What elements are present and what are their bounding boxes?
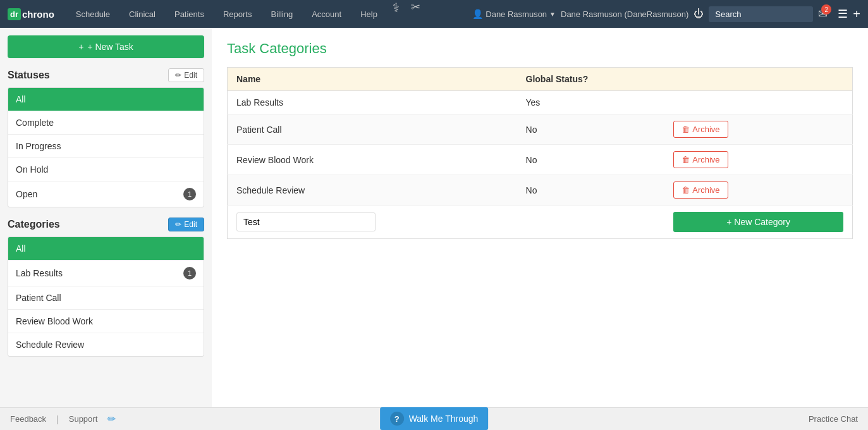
status-on-hold-label: On Hold [16,164,48,175]
statuses-edit-button[interactable]: ✏ Edit [168,68,204,82]
category-all-label: All [16,243,26,254]
task-categories-table: Name Global Status? Lab Results Yes Pati… [227,67,853,239]
new-category-row: + New Category [228,206,853,239]
row-actions-schedule-review: 🗑 Archive [664,175,852,206]
statuses-header: Statuses ✏ Edit [8,68,204,82]
categories-title: Categories [8,219,60,230]
row-status-schedule-review: No [517,175,665,206]
category-patient-call[interactable]: Patient Call [8,286,204,310]
status-in-progress-label: In Progress [16,141,61,151]
mail-badge[interactable]: ✉ 2 [818,7,828,21]
status-in-progress[interactable]: In Progress [8,135,204,158]
row-status-review-blood-work: No [517,145,665,175]
nav-reports[interactable]: Reports [214,0,261,28]
page-title: Task Categories [227,40,853,57]
category-lab-results-badge: 1 [183,267,196,280]
table-row: Lab Results Yes [228,91,853,114]
plus-icon: + [78,42,83,52]
row-actions-review-blood-work: 🗑 Archive [664,145,852,175]
status-complete[interactable]: Complete [8,111,204,135]
status-complete-label: Complete [16,118,54,128]
nav-user-dropdown[interactable]: 👤 Dane Rasmuson ▼ [472,9,556,19]
category-schedule-review-label: Schedule Review [16,340,84,350]
archive-review-blood-work-button[interactable]: 🗑 Archive [673,151,728,168]
pencil-icon: ✏ [175,71,181,80]
main-content: Task Categories Name Global Status? Lab … [212,28,868,407]
col-name-header: Name [228,68,517,91]
status-on-hold[interactable]: On Hold [8,158,204,181]
categories-header: Categories ✏ Edit [8,218,204,231]
row-name-lab-results: Lab Results [228,91,517,114]
edit-label: Edit [184,71,197,80]
archive-label: Archive [692,185,719,195]
sidebar: + + New Task Statuses ✏ Edit All Complet… [0,28,212,407]
col-actions-header [664,68,852,91]
status-all-label: All [16,94,26,104]
row-actions-lab-results [664,91,852,114]
category-schedule-review[interactable]: Schedule Review [8,333,204,356]
pencil-icon-blue: ✏ [175,220,181,229]
category-review-blood-work-label: Review Blood Work [16,316,93,326]
add-icon[interactable]: + [853,7,860,22]
statuses-list: All Complete In Progress On Hold Open 1 [8,87,204,207]
row-name-review-blood-work: Review Blood Work [228,145,517,175]
logo-dr: dr [8,8,21,20]
nav-clinical[interactable]: Clinical [120,0,164,28]
new-category-label: + New Category [726,217,790,227]
nav-user-fullname: Dane Rasmuson (DaneRasmuson) [561,9,688,19]
nav-schedule[interactable]: Schedule [67,0,119,28]
status-open[interactable]: Open 1 [8,181,204,207]
status-all[interactable]: All [8,88,204,111]
top-navigation: dr chrono Schedule Clinical Patients Rep… [0,0,868,28]
app-logo[interactable]: dr chrono [8,8,54,20]
main-layout: + + New Task Statuses ✏ Edit All Complet… [0,28,868,407]
categories-list: All Lab Results 1 Patient Call Review Bl… [8,236,204,357]
hamburger-icon[interactable]: ☰ [838,7,848,21]
status-open-label: Open [16,189,37,199]
row-status-lab-results: Yes [517,91,665,114]
category-lab-results[interactable]: Lab Results 1 [8,261,204,286]
nav-help[interactable]: Help [351,0,386,28]
col-global-status-header: Global Status? [517,68,665,91]
row-name-schedule-review: Schedule Review [228,175,517,206]
new-category-button[interactable]: + New Category [673,212,843,232]
nav-account[interactable]: Account [303,0,350,28]
trash-icon: 🗑 [682,155,690,164]
caduceus-icon[interactable]: ⚕ [388,0,405,28]
category-review-blood-work[interactable]: Review Blood Work [8,310,204,333]
new-category-input-cell [228,206,517,239]
trash-icon: 🗑 [682,125,690,134]
row-status-patient-call: No [517,114,665,145]
new-task-label: + New Task [87,42,133,52]
new-category-button-cell: + New Category [664,206,852,239]
archive-label: Archive [692,155,719,164]
new-category-status-cell [517,206,665,239]
nav-icons: 👤 Dane Rasmuson ▼ Dane Rasmuson (DaneRas… [472,6,860,22]
category-lab-results-label: Lab Results [16,268,63,278]
mail-count: 2 [821,4,831,15]
new-task-button[interactable]: + + New Task [8,35,204,58]
archive-label: Archive [692,125,719,134]
power-icon[interactable]: ⏻ [694,8,704,20]
category-patient-call-label: Patient Call [16,293,61,303]
archive-schedule-review-button[interactable]: 🗑 Archive [673,181,728,199]
table-row: Review Blood Work No 🗑 Archive [228,145,853,175]
status-open-badge: 1 [183,188,196,200]
category-all[interactable]: All [8,237,204,261]
trash-icon: 🗑 [682,185,690,195]
table-row: Patient Call No 🗑 Archive [228,114,853,145]
nav-billing[interactable]: Billing [262,0,302,28]
statuses-title: Statuses [8,70,50,81]
search-input[interactable] [709,6,813,22]
table-row: Schedule Review No 🗑 Archive [228,175,853,206]
scissors-icon[interactable]: ✂ [406,0,425,28]
row-name-patient-call: Patient Call [228,114,517,145]
nav-links: Schedule Clinical Patients Reports Billi… [67,0,472,28]
row-actions-patient-call: 🗑 Archive [664,114,852,145]
nav-patients[interactable]: Patients [166,0,213,28]
archive-patient-call-button[interactable]: 🗑 Archive [673,121,728,138]
categories-edit-button[interactable]: ✏ Edit [168,218,204,231]
logo-chrono: chrono [22,9,54,20]
categories-edit-label: Edit [184,220,197,229]
new-category-input[interactable] [236,212,376,231]
